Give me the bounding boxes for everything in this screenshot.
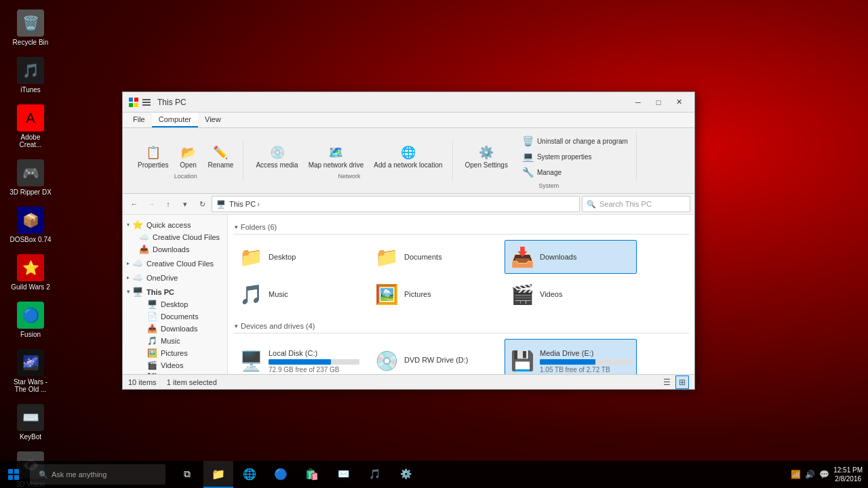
taskbar-store[interactable]: 🛍️: [297, 461, 327, 488]
taskbar-chrome[interactable]: 🔵: [266, 461, 296, 488]
recycle-bin-label: Recycle Bin: [13, 39, 49, 46]
address-path: This PC: [229, 200, 256, 208]
forward-button[interactable]: →: [144, 197, 159, 211]
ribbon-rename-button[interactable]: ✏️ Rename: [204, 142, 238, 171]
folder-pictures[interactable]: 🖼️ Pictures: [369, 277, 501, 311]
desktop-icon-dosbox[interactable]: 📦 DOSBox 0.74: [7, 204, 54, 246]
minimize-button[interactable]: ─: [628, 93, 648, 112]
drives-section-header[interactable]: ▾ Devices and drives (4): [233, 319, 689, 333]
videos-sidebar-label: Videos: [161, 361, 183, 369]
folders-section-label: Folders (6): [241, 223, 277, 231]
folder-desktop[interactable]: 📁 Desktop: [233, 240, 366, 274]
folder-music[interactable]: 🎵 Music: [233, 277, 366, 311]
dosbox-icon: 📦: [17, 207, 44, 234]
taskbar-edge[interactable]: 🌐: [235, 461, 264, 488]
taskbar-settings[interactable]: ⚙️: [391, 461, 420, 488]
taskbar-search[interactable]: 🔍 Ask me anything: [30, 464, 165, 485]
sidebar-item-desktop[interactable]: 🖥️ Desktop: [128, 298, 227, 310]
taskbar-file-explorer[interactable]: 📁: [203, 461, 233, 488]
tray-network-icon[interactable]: 📶: [791, 470, 801, 479]
up-button[interactable]: ↑: [161, 197, 176, 211]
sidebar-item-downloads[interactable]: 📥 Downloads: [128, 243, 227, 256]
tray-action-center-icon[interactable]: 💬: [819, 470, 829, 479]
quick-access-label: Quick access: [146, 221, 191, 229]
folder-videos[interactable]: 🎬 Videos: [505, 277, 637, 311]
sidebar-item-documents[interactable]: 📄 Documents: [128, 310, 227, 323]
ribbon-manage-button[interactable]: 🔧 Manage: [519, 165, 631, 180]
desktop-icon-itunes[interactable]: 🎵 iTunes: [7, 54, 54, 96]
svg-rect-7: [8, 469, 13, 474]
taskbar-mail[interactable]: ✉️: [328, 461, 358, 488]
desktop-icon-keybot[interactable]: ⌨️ KeyBot: [7, 401, 54, 443]
folders-section-header[interactable]: ▾ Folders (6): [233, 220, 689, 235]
sidebar-header-quick-access[interactable]: ▾ ⭐ Quick access: [123, 218, 227, 231]
itunes-icon: 🎵: [17, 57, 44, 84]
explorer-window: This PC ─ □ ✕ File Computer View 📋: [122, 92, 695, 390]
svg-rect-4: [142, 99, 151, 100]
ribbon-uninstall-button[interactable]: 🗑️ Uninstall or change a program: [519, 134, 631, 148]
creative-cloud-label: Creative Cloud Files: [153, 233, 220, 241]
tray-volume-icon[interactable]: 🔊: [805, 470, 815, 479]
sidebar-item-creative-cloud[interactable]: ☁️ Creative Cloud Files: [128, 231, 227, 243]
network-group-label: Network: [338, 173, 360, 180]
status-tiles-view[interactable]: ⊞: [675, 375, 689, 389]
desktop-icon-3d-ripper[interactable]: 🎮 3D Ripper DX: [7, 157, 54, 199]
drives-chevron: ▾: [235, 323, 238, 329]
desktop-icon-guild-wars[interactable]: ⭐ Guild Wars 2: [7, 251, 54, 293]
ribbon-open-button[interactable]: 📂 Open: [175, 142, 202, 171]
close-button[interactable]: ✕: [669, 93, 689, 112]
ribbon-properties-button[interactable]: 📋 Properties: [134, 142, 173, 171]
taskbar-tray: 📶 🔊 💬 12:51 PM 2/8/2016: [785, 466, 868, 483]
tab-file[interactable]: File: [126, 113, 152, 127]
title-bar: This PC ─ □ ✕: [123, 92, 694, 113]
creative-cloud-files-label: Creative Cloud Files: [146, 260, 214, 268]
maximize-button[interactable]: □: [648, 93, 669, 112]
folder-documents[interactable]: 📁 Documents: [369, 240, 501, 274]
sidebar-item-music[interactable]: 🎵 Music: [128, 335, 227, 347]
sidebar-header-creative-cloud[interactable]: ▸ ☁️ Creative Cloud Files: [123, 257, 227, 270]
sidebar-header-onedrive[interactable]: ▸ ☁️ OneDrive: [123, 271, 227, 284]
address-bar[interactable]: 🖥️ This PC ›: [212, 196, 580, 212]
tray-clock[interactable]: 12:51 PM 2/8/2016: [833, 466, 863, 483]
settings-icon: ⚙️: [400, 468, 412, 479]
drive-e-size: 1.05 TB free of 2.72 TB: [540, 366, 631, 373]
refresh-button[interactable]: ↻: [195, 197, 210, 211]
this-pc-items: 🖥️ Desktop 📄 Documents 📥 Downloads: [123, 298, 227, 374]
downloads-label: Downloads: [153, 245, 189, 253]
pictures-sidebar-icon: 🖼️: [147, 348, 157, 358]
downloads-icon: 📥: [139, 245, 149, 254]
start-button[interactable]: [0, 461, 27, 488]
search-placeholder: Search This PC: [599, 200, 652, 208]
sidebar-section-onedrive: ▸ ☁️ OneDrive: [123, 271, 227, 284]
ribbon-system-properties-button[interactable]: 💻 System properties: [519, 149, 631, 164]
folder-downloads[interactable]: 📥 Downloads: [505, 240, 637, 274]
ribbon-add-network-button[interactable]: 🌐 Add a network location: [370, 142, 446, 171]
tab-view[interactable]: View: [198, 113, 228, 127]
desktop-icon-fusion[interactable]: 🔵 Fusion: [7, 299, 54, 341]
drive-media-e[interactable]: 💾 Media Drive (E:) 1.05 TB free of 2.72 …: [505, 339, 637, 374]
network-buttons: 💿 Access media 🗺️ Map network drive 🌐 Ad…: [252, 142, 446, 171]
taskbar-app-icons: ⧉ 📁 🌐 🔵 🛍️ ✉️ 🎵: [172, 461, 785, 488]
desktop-icon-adobe[interactable]: A Adobe Creat...: [7, 102, 54, 151]
back-button[interactable]: ←: [127, 197, 142, 211]
sidebar-item-pictures[interactable]: 🖼️ Pictures: [128, 347, 227, 359]
search-icon: 🔍: [587, 200, 596, 209]
ribbon-group-system: ⚙️ Open Settings 🗑️ Uninstall or change …: [456, 131, 642, 190]
taskbar-media[interactable]: 🎵: [359, 461, 389, 488]
status-details-view[interactable]: ☰: [660, 375, 673, 389]
sidebar-section-quick-access: ▾ ⭐ Quick access ☁️ Creative Cloud Files…: [123, 218, 227, 256]
desktop-icon-star-wars[interactable]: 🌌 Star Wars - The Old ...: [7, 346, 54, 396]
recent-locations-button[interactable]: ▾: [178, 197, 193, 211]
desktop-icon-recycle-bin[interactable]: 🗑️ Recycle Bin: [7, 7, 54, 49]
drive-dvd-d[interactable]: 💿 DVD RW Drive (D:): [369, 339, 501, 374]
search-bar[interactable]: 🔍 Search This PC: [582, 196, 690, 212]
sidebar-item-downloads-pc[interactable]: 📥 Downloads: [128, 323, 227, 335]
ribbon-map-network-button[interactable]: 🗺️ Map network drive: [304, 142, 368, 171]
tab-computer[interactable]: Computer: [152, 113, 198, 127]
sidebar-header-this-pc[interactable]: ▾ 🖥️ This PC: [123, 285, 227, 298]
taskbar-task-view[interactable]: ⧉: [172, 461, 202, 488]
ribbon-access-media-button[interactable]: 💿 Access media: [252, 142, 302, 171]
sidebar-item-videos[interactable]: 🎬 Videos: [128, 359, 227, 371]
drive-local-c[interactable]: 🖥️ Local Disk (C:) 72.9 GB free of 237 G…: [233, 339, 366, 374]
ribbon-open-settings-button[interactable]: ⚙️ Open Settings: [461, 142, 512, 171]
